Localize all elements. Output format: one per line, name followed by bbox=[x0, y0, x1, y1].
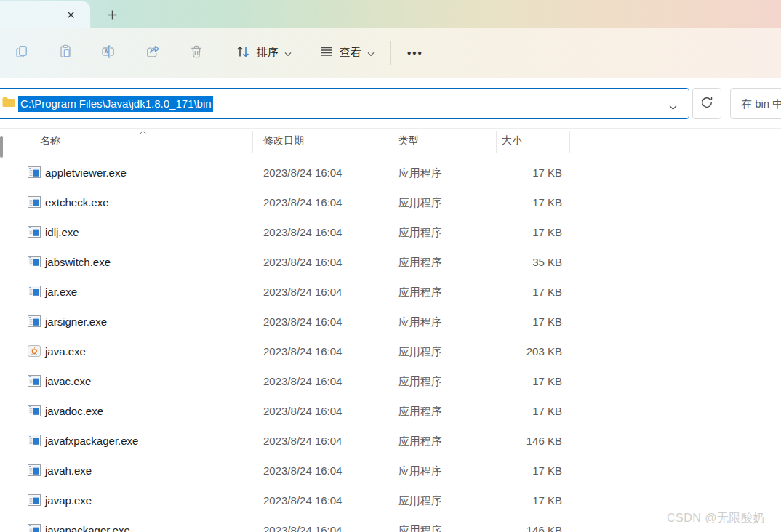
exe-file-icon bbox=[28, 464, 41, 476]
search-box bbox=[730, 88, 781, 119]
column-divider[interactable] bbox=[252, 131, 253, 153]
sort-ascending-icon bbox=[139, 125, 147, 138]
file-row[interactable]: javap.exe 2023/8/24 16:04 应用程序 17 KB bbox=[0, 485, 781, 515]
view-label: 查看 bbox=[340, 46, 361, 60]
column-header-date[interactable]: 修改日期 bbox=[263, 134, 304, 148]
exe-file-icon bbox=[28, 375, 41, 387]
file-size: 17 KB bbox=[476, 158, 562, 188]
paste-button[interactable] bbox=[58, 46, 73, 60]
column-divider[interactable] bbox=[388, 131, 388, 153]
file-date: 2023/8/24 16:04 bbox=[263, 336, 342, 366]
file-row[interactable]: javapackager.exe 2023/8/24 16:04 应用程序 14… bbox=[0, 515, 781, 532]
address-row: C:\Program Files\Java\jdk1.8.0_171\bin bbox=[0, 78, 781, 129]
rename-button[interactable] bbox=[102, 46, 116, 60]
view-icon bbox=[319, 45, 334, 60]
column-divider[interactable] bbox=[569, 131, 570, 153]
file-row[interactable]: javafxpackager.exe 2023/8/24 16:04 应用程序 … bbox=[0, 426, 781, 456]
refresh-button[interactable] bbox=[692, 88, 721, 119]
sort-label: 排序 bbox=[257, 46, 279, 60]
file-date: 2023/8/24 16:04 bbox=[263, 485, 342, 515]
file-type: 应用程序 bbox=[398, 158, 442, 188]
file-size: 17 KB bbox=[476, 188, 562, 217]
scrollbar-fragment[interactable] bbox=[0, 136, 3, 158]
file-list: appletviewer.exe 2023/8/24 16:04 应用程序 17… bbox=[0, 158, 781, 532]
file-name: javadoc.exe bbox=[45, 396, 103, 426]
file-date: 2023/8/24 16:04 bbox=[263, 217, 342, 247]
file-date: 2023/8/24 16:04 bbox=[263, 515, 342, 532]
column-divider[interactable] bbox=[496, 131, 497, 153]
file-name: java.exe bbox=[45, 336, 86, 366]
file-row[interactable]: java.exe 2023/8/24 16:04 应用程序 203 KB bbox=[0, 336, 781, 366]
file-row[interactable]: jabswitch.exe 2023/8/24 16:04 应用程序 35 KB bbox=[0, 247, 781, 277]
address-dropdown-icon[interactable] bbox=[669, 100, 677, 113]
file-type: 应用程序 bbox=[398, 188, 442, 217]
delete-button[interactable] bbox=[189, 46, 204, 60]
close-tab-icon[interactable] bbox=[64, 8, 77, 21]
column-header-size[interactable]: 大小 bbox=[502, 134, 522, 148]
file-size: 17 KB bbox=[476, 485, 562, 515]
file-type: 应用程序 bbox=[398, 307, 442, 336]
copy-icon bbox=[15, 44, 29, 61]
file-date: 2023/8/24 16:04 bbox=[263, 158, 342, 188]
file-date: 2023/8/24 16:04 bbox=[263, 307, 342, 336]
sort-button[interactable]: 排序 bbox=[235, 44, 292, 61]
file-row[interactable]: javac.exe 2023/8/24 16:04 应用程序 17 KB bbox=[0, 366, 781, 396]
exe-file-icon bbox=[28, 286, 41, 297]
file-row[interactable]: appletviewer.exe 2023/8/24 16:04 应用程序 17… bbox=[0, 158, 781, 188]
chevron-down-icon bbox=[367, 47, 375, 59]
exe-file-icon bbox=[28, 196, 41, 208]
file-type: 应用程序 bbox=[398, 247, 442, 277]
file-size: 17 KB bbox=[476, 277, 562, 307]
new-tab-button[interactable] bbox=[104, 7, 120, 22]
sort-icon bbox=[235, 44, 251, 61]
exe-file-icon bbox=[28, 435, 41, 446]
file-type: 应用程序 bbox=[398, 277, 442, 307]
file-row[interactable]: jar.exe 2023/8/24 16:04 应用程序 17 KB bbox=[0, 277, 781, 307]
more-icon: ••• bbox=[407, 47, 423, 59]
list-header: 名称 修改日期 类型 大小 bbox=[0, 129, 781, 154]
copy-button[interactable] bbox=[15, 46, 29, 60]
file-name: javac.exe bbox=[45, 366, 91, 396]
exe-file-icon bbox=[28, 524, 41, 532]
address-input[interactable]: C:\Program Files\Java\jdk1.8.0_171\bin bbox=[0, 88, 689, 119]
file-size: 203 KB bbox=[476, 336, 562, 366]
file-row[interactable]: extcheck.exe 2023/8/24 16:04 应用程序 17 KB bbox=[0, 188, 781, 217]
file-name: javah.exe bbox=[45, 456, 92, 485]
paste-icon bbox=[58, 44, 73, 61]
file-row[interactable]: idlj.exe 2023/8/24 16:04 应用程序 17 KB bbox=[0, 217, 781, 247]
more-button[interactable]: ••• bbox=[407, 47, 423, 59]
column-header-name[interactable]: 名称 bbox=[40, 134, 60, 148]
watermark: CSDN @无限酸奶 bbox=[667, 511, 765, 526]
folder-icon bbox=[2, 97, 15, 110]
file-type: 应用程序 bbox=[398, 456, 442, 485]
search-input[interactable] bbox=[731, 97, 781, 110]
file-name: jar.exe bbox=[45, 277, 77, 307]
file-name: jabswitch.exe bbox=[45, 247, 111, 277]
file-name: idlj.exe bbox=[45, 217, 79, 247]
share-icon bbox=[145, 44, 161, 61]
rename-icon bbox=[101, 44, 117, 61]
command-bar: 排序 查看 ••• bbox=[0, 28, 781, 78]
file-name: extcheck.exe bbox=[45, 188, 109, 217]
file-type: 应用程序 bbox=[398, 217, 442, 247]
file-row[interactable]: javah.exe 2023/8/24 16:04 应用程序 17 KB bbox=[0, 456, 781, 485]
file-size: 146 KB bbox=[476, 426, 562, 456]
file-type: 应用程序 bbox=[398, 426, 442, 456]
column-header-type[interactable]: 类型 bbox=[398, 134, 419, 148]
explorer-tab[interactable] bbox=[0, 1, 90, 28]
file-name: javapackager.exe bbox=[45, 515, 130, 532]
file-size: 35 KB bbox=[476, 247, 562, 277]
file-size: 17 KB bbox=[476, 307, 562, 336]
exe-file-icon bbox=[28, 405, 41, 416]
view-button[interactable]: 查看 bbox=[319, 45, 375, 60]
file-row[interactable]: javadoc.exe 2023/8/24 16:04 应用程序 17 KB bbox=[0, 396, 781, 426]
toolbar-separator bbox=[390, 41, 391, 65]
exe-file-icon bbox=[28, 494, 41, 506]
exe-file-icon bbox=[28, 315, 41, 327]
file-name: appletviewer.exe bbox=[45, 158, 127, 188]
share-button[interactable] bbox=[145, 46, 160, 60]
file-row[interactable]: jarsigner.exe 2023/8/24 16:04 应用程序 17 KB bbox=[0, 307, 781, 336]
tab-bar bbox=[0, 0, 781, 28]
exe-file-icon bbox=[28, 166, 41, 178]
java-file-icon bbox=[28, 345, 41, 357]
